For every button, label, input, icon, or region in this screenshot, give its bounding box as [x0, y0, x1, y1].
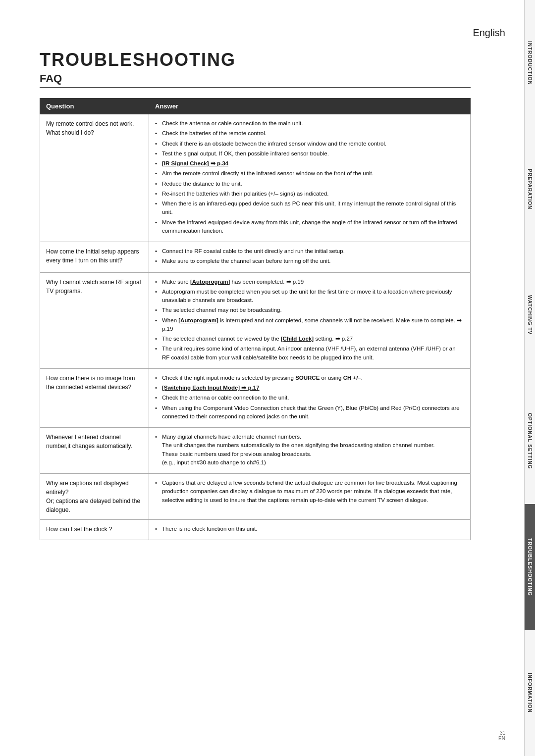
answer-cell: Many digital channels have alternate cha… — [149, 428, 471, 474]
answer-list: Many digital channels have alternate cha… — [155, 433, 464, 467]
reference: CH +/– — [343, 375, 361, 381]
page-number-value: 31 — [498, 730, 505, 736]
list-item: [IR Signal Check] ➡ p.34 — [155, 159, 464, 168]
col-question: Question — [40, 99, 149, 114]
question-cell: How come there is no image from the conn… — [40, 368, 149, 427]
page-title: TROUBLESHOOTING — [40, 50, 471, 70]
question-cell: My remote control does not work.What sho… — [40, 114, 149, 242]
question-cell: Why are captions not displayed entirely?… — [40, 474, 149, 520]
answer-list: Captions that are delayed a few seconds … — [155, 479, 464, 504]
list-item: Check the batteries of the remote contro… — [155, 129, 464, 138]
tab-introduction[interactable]: INTRODUCTION — [524, 0, 535, 126]
question-cell: Whenever I entered channel number,it cha… — [40, 428, 149, 474]
col-answer: Answer — [149, 99, 471, 114]
list-item: Test the signal output. If OK, then poss… — [155, 150, 464, 158]
table-row: How come there is no image from the conn… — [40, 368, 471, 427]
page: English INTRODUCTION PREPARATION WATCHIN… — [0, 0, 535, 756]
list-item: [Switching Each Input Mode] ➡ p.17 — [155, 384, 464, 392]
main-content: TROUBLESHOOTING FAQ Question Answer My r… — [40, 50, 471, 540]
faq-table: Question Answer My remote control does n… — [40, 98, 471, 540]
answer-list: There is no clock function on this unit. — [155, 525, 464, 533]
list-item: Aim the remote control directly at the i… — [155, 169, 464, 178]
table-row: Why are captions not displayed entirely?… — [40, 474, 471, 520]
answer-list: Check the antenna or cable connection to… — [155, 119, 464, 235]
reference: [IR Signal Check] ➡ p.34 — [162, 160, 228, 166]
list-item: When there is an infrared-equipped devic… — [155, 200, 464, 217]
table-row: How can I set the clock ? There is no cl… — [40, 520, 471, 540]
question-cell: How can I set the clock ? — [40, 520, 149, 540]
question-cell: Why I cannot watch some RF signal TV pro… — [40, 272, 149, 368]
list-item: Check if the right input mode is selecte… — [155, 374, 464, 382]
list-item: When [Autoprogram] is interrupted and no… — [155, 316, 464, 334]
list-item: When using the Component Video Connectio… — [155, 404, 464, 421]
reference: SOURCE — [295, 375, 320, 381]
list-item: The selected channel cannot be viewed by… — [155, 335, 464, 343]
list-item: Check the antenna or cable connection to… — [155, 119, 464, 128]
list-item: Captions that are delayed a few seconds … — [155, 479, 464, 504]
list-item: Re-insert the batteries with their polar… — [155, 190, 464, 198]
table-header-row: Question Answer — [40, 99, 471, 114]
list-item: Make sure [Autoprogram] has been complet… — [155, 278, 464, 286]
table-row: How come the Initial setup appears every… — [40, 242, 471, 273]
tab-information[interactable]: INFORMATION — [524, 630, 535, 756]
list-item: Autoprogram must be completed when you s… — [155, 288, 464, 305]
question-cell: How come the Initial setup appears every… — [40, 242, 149, 273]
sidebar-tabs: INTRODUCTION PREPARATION WATCHING TV OPT… — [514, 0, 535, 756]
answer-list: Make sure [Autoprogram] has been complet… — [155, 278, 464, 362]
tab-troubleshooting[interactable]: TROUBLESHOOTING — [524, 504, 535, 630]
answer-cell: Make sure [Autoprogram] has been complet… — [149, 272, 471, 368]
tab-preparation[interactable]: PREPARATION — [524, 126, 535, 252]
answer-cell: There is no clock function on this unit. — [149, 520, 471, 540]
list-item: Connect the RF coaxial cable to the unit… — [155, 247, 464, 255]
section-title: FAQ — [40, 72, 471, 88]
answer-cell: Captions that are delayed a few seconds … — [149, 474, 471, 520]
list-item: Check the antenna or cable connection to… — [155, 394, 464, 402]
answer-cell: Connect the RF coaxial cable to the unit… — [149, 242, 471, 273]
answer-list: Check if the right input mode is selecte… — [155, 374, 464, 421]
page-number-suffix: EN — [498, 736, 505, 741]
list-item: The selected channel may not be broadcas… — [155, 306, 464, 314]
list-item: Many digital channels have alternate cha… — [155, 433, 464, 467]
list-item: Move the infrared-equipped device away f… — [155, 218, 464, 236]
table-row: Why I cannot watch some RF signal TV pro… — [40, 272, 471, 368]
table-row: Whenever I entered channel number,it cha… — [40, 428, 471, 474]
language-label: English — [473, 27, 505, 39]
answer-cell: Check if the right input mode is selecte… — [149, 368, 471, 427]
reference: [Autoprogram] — [190, 279, 230, 285]
tab-optional-setting[interactable]: OPTIONAL SETTING — [524, 378, 535, 504]
reference: [Autoprogram] — [178, 317, 218, 323]
list-item: Reduce the distance to the unit. — [155, 180, 464, 188]
reference: [Switching Each Input Mode] ➡ p.17 — [162, 385, 260, 391]
list-item: There is no clock function on this unit. — [155, 525, 464, 533]
answer-list: Connect the RF coaxial cable to the unit… — [155, 247, 464, 266]
list-item: Check if there is an obstacle between th… — [155, 140, 464, 148]
tab-watching-tv[interactable]: WATCHING TV — [524, 252, 535, 378]
reference: [Child Lock] — [281, 336, 314, 342]
answer-cell: Check the antenna or cable connection to… — [149, 114, 471, 242]
table-row: My remote control does not work.What sho… — [40, 114, 471, 242]
page-number: 31 EN — [498, 730, 505, 741]
list-item: The unit requires some kind of antenna i… — [155, 345, 464, 362]
list-item: Make sure to complete the channel scan b… — [155, 257, 464, 265]
